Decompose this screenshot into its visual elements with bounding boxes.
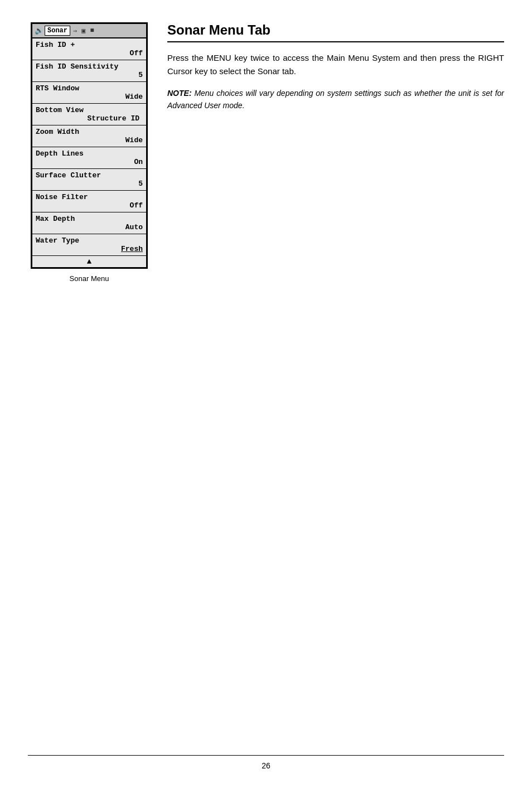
note-content: Menu choices will vary depending on syst… — [167, 89, 504, 110]
max-depth-label: Max Depth — [36, 215, 143, 223]
page-footer: 26 — [28, 755, 504, 776]
depth-lines-value: On — [36, 158, 143, 166]
note-paragraph: NOTE: Menu choices will vary depending o… — [167, 87, 504, 112]
depth-lines-label: Depth Lines — [36, 149, 143, 158]
noise-filter-value: Off — [36, 201, 143, 210]
menu-item-max-depth[interactable]: Max Depth Auto — [32, 212, 146, 234]
menu-item-water-type[interactable]: Water Type Fresh — [32, 234, 146, 256]
water-type-label: Water Type — [36, 236, 143, 245]
menu-item-rts-window[interactable]: RTS Window Wide — [32, 82, 146, 104]
right-panel: Sonar Menu Tab Press the MENU key twice … — [167, 22, 504, 755]
tab-bar: 🔊 Sonar ⇒ ▣ ■ — [32, 24, 146, 38]
fish-id-label: Fish ID + — [36, 41, 143, 49]
surface-clutter-label: Surface Clutter — [36, 171, 143, 180]
square-icon: ■ — [88, 26, 95, 35]
page-container: 🔊 Sonar ⇒ ▣ ■ Fish ID + Off Fish ID Sens… — [0, 0, 532, 798]
arrow-icon: ⇒ — [71, 26, 79, 36]
fish-id-value: Off — [36, 49, 143, 57]
max-depth-value: Auto — [36, 223, 143, 231]
rts-window-label: RTS Window — [36, 84, 143, 93]
left-panel: 🔊 Sonar ⇒ ▣ ■ Fish ID + Off Fish ID Sens… — [28, 22, 151, 755]
rts-window-value: Wide — [36, 93, 143, 101]
menu-item-bottom-view[interactable]: Bottom View Structure ID — [32, 104, 146, 125]
sonar-tab[interactable]: Sonar — [45, 26, 70, 36]
menu-item-depth-lines[interactable]: Depth Lines On — [32, 147, 146, 169]
menu-item-fish-id-sensitivity[interactable]: Fish ID Sensitivity 5 — [32, 60, 146, 82]
camera-icon: ▣ — [80, 26, 87, 36]
bottom-view-value: Structure ID — [87, 114, 139, 123]
speaker-icon: 🔊 — [35, 26, 43, 35]
zoom-width-value: Wide — [36, 136, 143, 144]
scroll-up-arrow: ▲ — [87, 257, 91, 266]
fish-id-sensitivity-label: Fish ID Sensitivity — [36, 62, 143, 71]
menu-item-surface-clutter[interactable]: Surface Clutter 5 — [32, 169, 146, 191]
page-number: 26 — [262, 761, 270, 770]
bottom-view-label: Bottom View — [36, 106, 143, 114]
menu-item-fish-id[interactable]: Fish ID + Off — [32, 38, 146, 60]
fish-id-sensitivity-value: 5 — [36, 71, 143, 79]
device-screen: 🔊 Sonar ⇒ ▣ ■ Fish ID + Off Fish ID Sens… — [31, 22, 148, 269]
menu-item-noise-filter[interactable]: Noise Filter Off — [32, 191, 146, 212]
zoom-width-label: Zoom Width — [36, 128, 143, 136]
main-content: 🔊 Sonar ⇒ ▣ ■ Fish ID + Off Fish ID Sens… — [28, 22, 504, 755]
water-type-value: Fresh — [36, 245, 143, 253]
noise-filter-label: Noise Filter — [36, 193, 143, 201]
device-caption: Sonar Menu — [70, 274, 109, 283]
section-title: Sonar Menu Tab — [167, 22, 504, 42]
description-paragraph: Press the MENU key twice to access the M… — [167, 51, 504, 78]
surface-clutter-value: 5 — [36, 180, 143, 188]
menu-item-zoom-width[interactable]: Zoom Width Wide — [32, 125, 146, 147]
structure-id-row: Structure ID — [36, 114, 143, 123]
note-label: NOTE: — [167, 89, 192, 98]
scroll-indicator: ▲ — [32, 256, 146, 267]
